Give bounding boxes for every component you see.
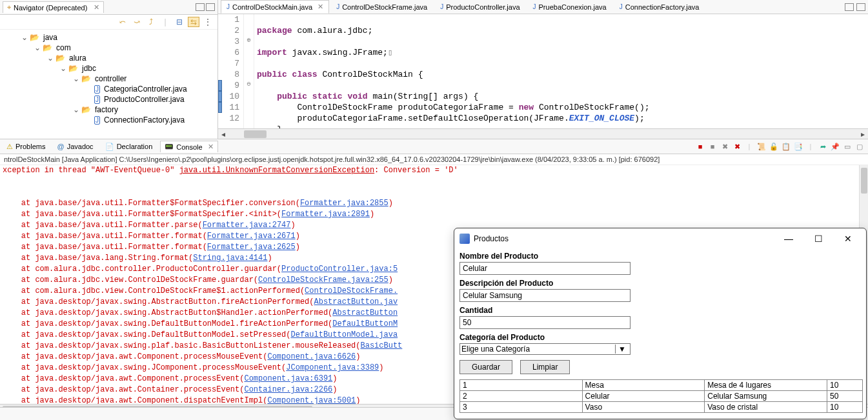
fold-marker[interactable]: ⊕ — [244, 36, 254, 47]
navigator-tab[interactable]: ⌖ Navigator (Deprecated) ✕ — [3, 1, 104, 13]
stacktrace-link[interactable]: BasicButt — [361, 341, 403, 350]
table-row[interactable]: 3VasoVaso de cristal10 — [460, 402, 863, 413]
link-editor-icon[interactable]: ⇆ — [188, 17, 199, 27]
bottom-tab-declaration[interactable]: 📄Declaration — [101, 141, 157, 152]
table-cell[interactable]: 10 — [827, 380, 863, 391]
terminate-button[interactable]: ■ — [694, 141, 706, 152]
tree-node[interactable]: ⌄📂jdbc — [1, 63, 216, 74]
window-close-button[interactable]: ✕ — [835, 231, 861, 246]
input-nombre[interactable] — [459, 262, 631, 275]
editor-horizontal-scrollbar[interactable]: ◂ ▸ — [218, 128, 868, 139]
bottom-tab-problems[interactable]: ⚠Problems — [3, 141, 49, 152]
editor-tab[interactable]: JProductoController.java — [434, 1, 525, 14]
fold-marker[interactable] — [244, 91, 254, 102]
expander-icon[interactable]: ⌄ — [46, 54, 54, 63]
up-icon[interactable]: ⤴ — [145, 17, 157, 27]
fold-marker[interactable] — [244, 113, 254, 124]
maximize-view-button[interactable] — [206, 3, 215, 11]
tree-node[interactable]: ⌄📂alura — [1, 53, 216, 63]
editor-tab[interactable]: JPruebaConexion.java — [527, 1, 612, 14]
pin-button[interactable]: 🔓 — [768, 141, 780, 152]
stacktrace-link[interactable]: Formatter.java:2891 — [281, 210, 370, 219]
open-console-button[interactable]: 📑 — [792, 141, 804, 152]
remove-all-button[interactable]: ✖ — [731, 141, 743, 152]
table-cell[interactable]: Vaso — [582, 402, 705, 413]
fold-marker[interactable] — [244, 47, 254, 58]
table-cell[interactable]: 2 — [460, 391, 583, 402]
fold-marker[interactable] — [244, 69, 254, 80]
fold-marker[interactable] — [244, 102, 254, 113]
productos-table[interactable]: 1MesaMesa de 4 lugares102CelularCelular … — [459, 379, 863, 413]
forward-icon[interactable]: ⤻ — [131, 17, 143, 27]
table-row[interactable]: 2CelularCelular Samsung50 — [460, 391, 863, 402]
fold-marker[interactable] — [244, 25, 254, 36]
stacktrace-link[interactable]: ControlDeStockFrame. — [305, 286, 398, 295]
expander-icon[interactable]: ⌄ — [34, 43, 41, 52]
bottom-tab-javadoc[interactable]: @Javadoc — [53, 141, 97, 152]
remove-launch-button[interactable]: ✖ — [719, 141, 731, 152]
table-cell[interactable]: 10 — [827, 402, 863, 413]
pin-console-button[interactable]: 📌 — [829, 141, 841, 152]
table-row[interactable]: 1MesaMesa de 4 lugares10 — [460, 380, 863, 391]
stacktrace-link[interactable]: ProductoController.java:5 — [281, 265, 398, 274]
code-lines[interactable]: package com.alura.jdbc; import javax.swi… — [254, 14, 868, 128]
fold-marker[interactable] — [244, 14, 254, 25]
tree-node[interactable]: JCategoriaController.java — [1, 84, 216, 94]
stacktrace-link[interactable]: Component.java:6626 — [267, 352, 356, 361]
stacktrace-link[interactable]: String.java:4141 — [193, 254, 267, 263]
editor-tab[interactable]: JControlDeStockFrame.java — [330, 1, 433, 14]
view-menu-icon[interactable]: ⋮ — [202, 17, 214, 27]
stacktrace-link[interactable]: AbstractButton — [332, 308, 398, 317]
table-cell[interactable]: Vaso de cristal — [705, 402, 827, 413]
tree-node[interactable]: JConnectionFactory.java — [1, 115, 216, 125]
scroll-left-icon[interactable]: ◂ — [218, 129, 228, 139]
navigator-tree[interactable]: ⌄📂java⌄📂com⌄📂alura⌄📂jdbc⌄📂controllerJCat… — [0, 30, 217, 139]
table-cell[interactable]: Celular Samsung — [705, 391, 827, 402]
chevron-down-icon[interactable]: ▼ — [615, 345, 629, 354]
tree-node[interactable]: JProductoController.java — [1, 94, 216, 105]
window-maximize-button[interactable]: ☐ — [805, 231, 831, 246]
expander-icon[interactable]: ⌄ — [21, 33, 28, 42]
close-icon[interactable]: ✕ — [318, 3, 323, 11]
stacktrace-link[interactable]: Component.java:6391 — [244, 374, 332, 383]
scrollbar-thumb[interactable] — [244, 130, 267, 138]
stacktrace-link[interactable]: JComponent.java:3389 — [286, 363, 379, 372]
input-cantidad[interactable] — [459, 316, 631, 329]
tree-node[interactable]: ⌄📂controller — [1, 74, 216, 84]
expander-icon[interactable]: ⌄ — [59, 64, 67, 73]
new-console-button[interactable]: ➦ — [817, 141, 829, 152]
minimize-view-button[interactable] — [845, 3, 854, 11]
display-button[interactable]: 📋 — [780, 141, 792, 152]
bottom-tab-console[interactable]: 📟Console✕ — [160, 141, 217, 152]
terminate-all-button[interactable]: ■ — [707, 141, 718, 152]
close-icon[interactable]: ✕ — [208, 143, 214, 151]
table-cell[interactable]: Mesa — [582, 380, 705, 391]
max-button[interactable]: ▢ — [854, 141, 865, 152]
collapse-all-icon[interactable]: ⊟ — [174, 17, 185, 27]
stacktrace-link[interactable]: AbstractButton.jav — [314, 297, 398, 306]
scrollbar-thumb[interactable] — [861, 168, 867, 194]
tree-node[interactable]: ⌄📂factory — [1, 105, 216, 115]
maximize-view-button[interactable] — [856, 3, 865, 11]
fold-column[interactable]: ⊕⊖ — [244, 14, 254, 128]
stacktrace-link[interactable]: DefaultButtonM — [332, 319, 398, 328]
expander-icon[interactable]: ⌄ — [72, 74, 80, 83]
table-cell[interactable]: 50 — [827, 391, 863, 402]
fold-marker[interactable] — [244, 58, 254, 69]
back-icon[interactable]: ⤺ — [117, 17, 128, 27]
stacktrace-link[interactable]: Formatter.java:2671 — [207, 232, 296, 241]
stacktrace-link[interactable]: Component.java:5001 — [267, 396, 356, 404]
stacktrace-link[interactable]: Formatter.java:2747 — [203, 221, 291, 230]
stacktrace-link[interactable]: Formatter.java:2855 — [300, 199, 389, 208]
window-minimize-button[interactable]: — — [776, 231, 802, 246]
tree-node[interactable]: ⌄📂com — [1, 43, 216, 53]
editor-tab[interactable]: JControlDeStockMain.java✕ — [221, 0, 329, 14]
dialog-titlebar[interactable]: Productos — ☐ ✕ — [454, 228, 866, 249]
exception-link[interactable]: java.util.UnknownFormatConversionExcepti… — [179, 166, 374, 175]
scroll-right-icon[interactable]: ▸ — [858, 129, 868, 139]
limpiar-button[interactable]: Limpiar — [520, 360, 570, 374]
stacktrace-link[interactable]: DefaultButtonModel.java — [290, 330, 398, 339]
table-cell[interactable]: 1 — [460, 380, 583, 391]
table-cell[interactable]: 3 — [460, 402, 583, 413]
editor-tab[interactable]: JConnectionFactory.java — [614, 1, 705, 14]
